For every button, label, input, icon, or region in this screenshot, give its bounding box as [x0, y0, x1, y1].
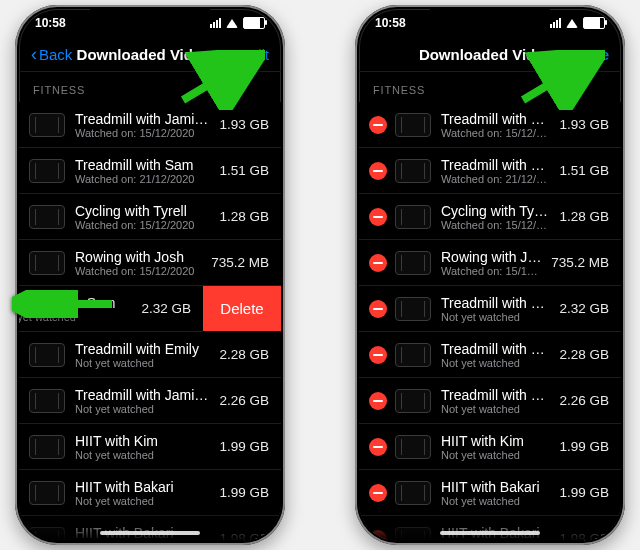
list-item[interactable]: Treadmill with Jamie-RayNot yet watched2… — [19, 378, 281, 424]
video-title: Treadmill with Emily — [75, 341, 211, 357]
video-size: 2.26 GB — [219, 393, 269, 408]
list-item[interactable]: Treadmill with EmilyNot yet watched2.28 … — [19, 332, 281, 378]
video-subtitle: Not yet watched — [441, 357, 551, 369]
video-thumbnail-icon — [29, 343, 65, 367]
video-size: 735.2 MB — [551, 255, 609, 270]
list-item[interactable]: Treadmill with Jamie-RayNot yet watched2… — [359, 378, 621, 424]
video-title: Cycling with Tyrell — [441, 203, 551, 219]
video-thumbnail-icon — [29, 435, 65, 459]
back-button[interactable]: ‹ Back — [31, 45, 72, 63]
home-indicator[interactable] — [440, 531, 540, 535]
edit-button[interactable]: Edit — [223, 46, 269, 63]
done-button[interactable]: Done — [563, 46, 609, 63]
video-thumbnail-icon — [29, 159, 65, 183]
delete-minus-icon[interactable] — [369, 438, 387, 456]
video-thumbnail-icon — [29, 113, 65, 137]
delete-minus-icon[interactable] — [369, 300, 387, 318]
video-size: 1.99 GB — [219, 439, 269, 454]
video-title: Treadmill with Sam — [441, 157, 551, 173]
list-item[interactable]: Treadmill with Jamie-RayWatched on: 15/1… — [19, 102, 281, 148]
video-subtitle: Not yet watched — [75, 403, 211, 415]
video-title: HIIT with Kim — [75, 433, 211, 449]
list-item[interactable]: Cycling with TyrellWatched on: 15/12/202… — [19, 194, 281, 240]
video-size: 1.99 GB — [559, 485, 609, 500]
home-indicator[interactable] — [100, 531, 200, 535]
list-item[interactable]: Cycling with TyrellWatched on: 15/12/202… — [359, 194, 621, 240]
video-subtitle: Watched on: 15/12/2020 — [75, 219, 211, 231]
video-title: Treadmill with Jamie-Ray — [441, 387, 551, 403]
list-item[interactable]: HIIT with KimNot yet watched1.99 GB — [19, 424, 281, 470]
video-thumbnail-icon — [395, 113, 431, 137]
phone-left: 10:58 ‹ Back Downloaded Videos Edit FITN… — [15, 5, 285, 545]
device-notch — [90, 9, 210, 31]
delete-minus-icon[interactable] — [369, 484, 387, 502]
list-item[interactable]: Treadmill with Jamie-RayWatched on: 15/1… — [359, 102, 621, 148]
list-item[interactable]: HIIT with BakariNot yet watched1.99 GB — [359, 470, 621, 516]
list-item[interactable]: Treadmill with SamNot yet watched2.32 GB — [359, 286, 621, 332]
video-title: Treadmill with Sam — [19, 295, 133, 311]
video-title: HIIT with Bakari — [75, 479, 211, 495]
list-item[interactable]: HIIT with KimNot yet watched1.99 GB — [359, 424, 621, 470]
video-size: 1.99 GB — [559, 439, 609, 454]
delete-minus-icon[interactable] — [369, 254, 387, 272]
wifi-icon — [226, 19, 238, 28]
list-item[interactable]: Treadmill with EmilyNot yet watched2.28 … — [359, 332, 621, 378]
video-subtitle: Not yet watched — [75, 449, 211, 461]
video-list-edit[interactable]: Treadmill with Jamie-RayWatched on: 15/1… — [359, 102, 621, 541]
video-subtitle: Not yet watched — [75, 357, 211, 369]
device-notch — [430, 9, 550, 31]
list-item[interactable]: HIIT with BakariNot yet watched1.99 GB — [19, 470, 281, 516]
video-thumbnail-icon — [29, 205, 65, 229]
delete-minus-icon[interactable] — [369, 346, 387, 364]
video-size: 1.51 GB — [219, 163, 269, 178]
video-size: 1.51 GB — [559, 163, 609, 178]
video-size: 2.28 GB — [219, 347, 269, 362]
delete-button[interactable]: Delete — [203, 286, 281, 331]
delete-minus-icon[interactable] — [369, 116, 387, 134]
video-size: 2.32 GB — [141, 301, 191, 316]
delete-minus-icon[interactable] — [369, 208, 387, 226]
battery-icon — [243, 17, 265, 29]
video-thumbnail-icon — [395, 481, 431, 505]
video-subtitle: Not yet watched — [441, 311, 551, 323]
list-item[interactable]: Rowing with JoshWatched on: 15/12/202073… — [19, 240, 281, 286]
video-subtitle: Watched on: 15/12/2020 — [441, 127, 551, 139]
list-item[interactable]: Treadmill with SamWatched on: 21/12/2020… — [19, 148, 281, 194]
list-item[interactable]: Treadmill with SamWatched on: 21/12/2020… — [359, 148, 621, 194]
video-title: Treadmill with Jamie-Ray — [75, 111, 211, 127]
video-title: Cycling with Tyrell — [75, 203, 211, 219]
video-subtitle: Not yet watched — [19, 311, 133, 323]
video-title: Treadmill with Jamie-Ray — [441, 111, 551, 127]
video-thumbnail-icon — [395, 251, 431, 275]
video-list[interactable]: Treadmill with Jamie-RayWatched on: 15/1… — [19, 102, 281, 541]
video-size: 1.93 GB — [219, 117, 269, 132]
video-title: Treadmill with Sam — [75, 157, 211, 173]
video-thumbnail-icon — [395, 435, 431, 459]
video-subtitle: Not yet watched — [441, 449, 551, 461]
video-subtitle: Watched on: 15/12/2020 — [75, 265, 203, 277]
video-thumbnail-icon — [395, 297, 431, 321]
video-size: 2.32 GB — [559, 301, 609, 316]
list-item[interactable]: Rowing with JoshWatched on: 15/12/202073… — [359, 240, 621, 286]
list-item[interactable]: Treadmill with SamNot yet watched2.32 GB… — [19, 286, 203, 332]
video-subtitle: Not yet watched — [441, 403, 551, 415]
video-thumbnail-icon — [395, 205, 431, 229]
video-subtitle: Watched on: 15/12/2020 — [441, 265, 543, 277]
section-header: FITNESS — [19, 72, 281, 102]
nav-bar: ‹ Back Downloaded Videos Edit — [19, 37, 281, 72]
video-subtitle: Watched on: 15/12/2020 — [441, 219, 551, 231]
video-title: HIIT with Bakari — [441, 479, 551, 495]
video-subtitle: Watched on: 15/12/2020 — [75, 127, 211, 139]
video-thumbnail-icon — [395, 159, 431, 183]
delete-minus-icon[interactable] — [369, 162, 387, 180]
video-size: 1.99 GB — [219, 485, 269, 500]
video-size: 2.28 GB — [559, 347, 609, 362]
nav-bar: Downloaded Videos Done — [359, 37, 621, 72]
video-title: Treadmill with Jamie-Ray — [75, 387, 211, 403]
cell-signal-icon — [210, 18, 221, 28]
video-title: Treadmill with Emily — [441, 341, 551, 357]
video-title: Treadmill with Sam — [441, 295, 551, 311]
delete-minus-icon[interactable] — [369, 392, 387, 410]
video-title: Rowing with Josh — [441, 249, 543, 265]
video-title: HIIT with Kim — [441, 433, 551, 449]
